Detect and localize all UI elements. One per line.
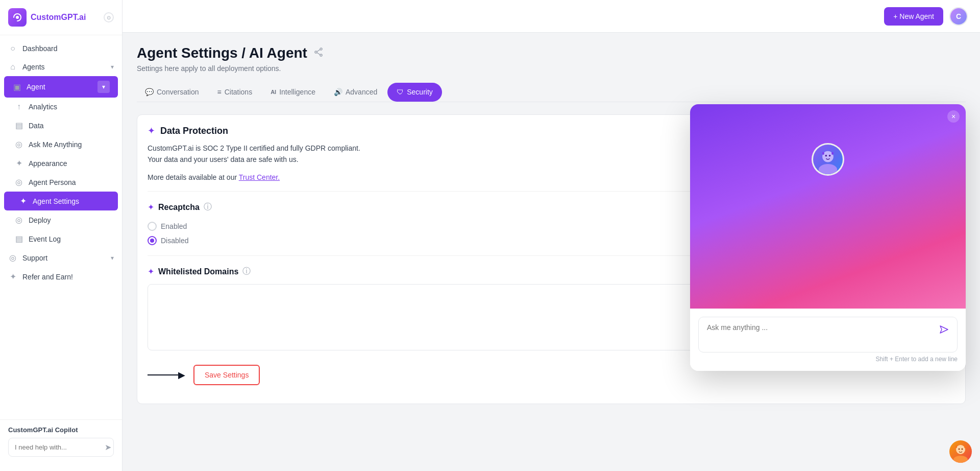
page-header: Agent Settings / AI Agent [137,45,966,61]
chat-widget: × [690,104,966,371]
copilot-section: CustomGPT.ai Copilot ➤ [0,419,122,463]
chat-hint: Shift + Enter to add a new line [698,356,958,363]
refer-icon: ✦ [8,272,17,281]
chat-avatar [812,143,844,176]
tab-security[interactable]: 🛡 Security [387,83,442,102]
sidebar-item-analytics[interactable]: ↑ Analytics [0,98,122,116]
bottom-avatar-image [949,440,972,463]
settings-icon: ✦ [18,196,28,206]
main-content: + New Agent C Agent Settings / AI Agent … [122,0,980,471]
intelligence-tab-icon: AI [271,89,276,95]
event-log-icon: ▤ [14,234,23,244]
svg-point-12 [956,445,965,454]
support-icon: ◎ [8,253,17,263]
chat-send-icon[interactable] [939,324,949,337]
sidebar-item-deploy[interactable]: ◎ Deploy [0,210,122,229]
sidebar-item-appearance[interactable]: ✦ Appearance [0,154,122,173]
chat-gradient-bg: × [690,104,966,309]
svg-rect-11 [831,152,834,155]
sidebar-item-agent-persona[interactable]: ◎ Agent Persona [0,173,122,192]
recaptcha-info-icon[interactable]: ⓘ [204,202,212,213]
logo-icon [8,8,27,27]
sidebar-item-refer[interactable]: ✦ Refer and Earn! [0,267,122,286]
svg-point-1 [320,48,322,50]
sidebar-item-agent-settings[interactable]: ✦ Agent Settings [4,192,118,210]
chat-close-button[interactable]: × [947,110,960,123]
trust-center-link[interactable]: Trust Center. [239,173,280,181]
tabs-bar: 💬 Conversation ≡ Citations AI Intelligen… [137,83,966,102]
sidebar-logo: CustomGPT.ai ⊙ [0,8,122,35]
recaptcha-enabled-radio[interactable] [148,222,157,231]
persona-icon: ◎ [14,177,23,187]
save-settings-button[interactable]: Save Settings [193,365,260,385]
security-tab-icon: 🛡 [397,88,404,96]
svg-point-7 [819,164,837,175]
recaptcha-icon: ✦ [148,202,154,212]
chevron-down-icon: ▾ [111,63,114,70]
citations-tab-icon: ≡ [217,88,222,96]
page-subtitle: Settings here apply to all deployment op… [137,64,966,73]
whitelisted-info-icon[interactable]: ⓘ [242,266,251,277]
svg-rect-16 [955,445,957,448]
data-protection-title: Data Protection [160,126,228,136]
logo-text: CustomGPT.ai [31,13,86,22]
arrow-line [148,374,178,375]
bottom-user-avatar[interactable] [949,440,972,463]
ask-icon: ◎ [14,139,23,149]
data-protection-icon: ✦ [148,125,155,136]
chat-input-box [698,317,958,352]
data-icon: ▤ [14,121,23,130]
new-agent-button[interactable]: + New Agent [884,7,943,26]
share-icon[interactable] [313,47,324,60]
sidebar-item-data[interactable]: ▤ Data [0,116,122,135]
svg-rect-17 [964,445,966,448]
tab-advanced[interactable]: 🔊 Advanced [326,83,385,102]
tab-citations[interactable]: ≡ Citations [209,83,261,102]
svg-rect-10 [822,152,824,155]
sidebar: CustomGPT.ai ⊙ ○ Dashboard ⌂ Agents ▾ ▣ … [0,0,122,471]
sidebar-item-event-log[interactable]: ▤ Event Log [0,229,122,248]
chat-avatar-image [813,145,843,174]
svg-line-5 [317,53,320,55]
advanced-tab-icon: 🔊 [334,88,342,96]
svg-point-8 [825,155,827,157]
avatar-initial: C [950,8,967,25]
deploy-icon: ◎ [14,215,23,225]
svg-point-3 [320,54,322,56]
clock-icon[interactable]: ⊙ [104,12,114,22]
sidebar-item-support[interactable]: ◎ Support ▾ [0,248,122,267]
conversation-tab-icon: 💬 [145,88,154,96]
svg-point-9 [829,155,831,157]
copilot-input-wrapper: ➤ [8,438,114,457]
sidebar-item-agent[interactable]: ▣ Agent ▾ [4,76,118,98]
support-chevron-icon: ▾ [111,254,114,262]
appearance-icon: ✦ [14,158,23,168]
sidebar-item-ask-me-anything[interactable]: ◎ Ask Me Anything [0,135,122,154]
copilot-send-icon[interactable]: ➤ [105,442,111,452]
tab-conversation[interactable]: 💬 Conversation [137,83,207,102]
chat-input[interactable] [707,323,934,340]
sidebar-item-agents[interactable]: ⌂ Agents ▾ [0,58,122,76]
agent-expand-button[interactable]: ▾ [97,81,110,93]
analytics-icon: ↑ [14,102,23,111]
user-avatar[interactable]: C [949,7,968,26]
sidebar-item-dashboard[interactable]: ○ Dashboard [0,39,122,58]
chat-input-area: Shift + Enter to add a new line [690,309,966,371]
dashboard-icon: ○ [8,44,17,53]
tab-intelligence[interactable]: AI Intelligence [262,83,324,102]
agents-icon: ⌂ [8,62,17,72]
content-area: Agent Settings / AI Agent Settings here … [122,33,980,471]
svg-point-2 [315,51,317,53]
copilot-title: CustomGPT.ai Copilot [8,426,114,434]
arrow-head-icon: ▶ [178,369,185,381]
top-bar: + New Agent C [122,0,980,33]
save-arrow-indicator: ▶ [148,369,185,381]
svg-point-15 [962,449,963,450]
svg-point-14 [959,449,960,450]
sidebar-nav: ○ Dashboard ⌂ Agents ▾ ▣ Agent ▾ ↑ Analy… [0,35,122,419]
recaptcha-disabled-radio[interactable] [148,236,157,245]
copilot-input[interactable] [15,443,101,451]
chat-avatar-container [698,112,958,176]
agent-icon: ▣ [12,82,21,92]
page-title: Agent Settings / AI Agent [137,45,307,61]
